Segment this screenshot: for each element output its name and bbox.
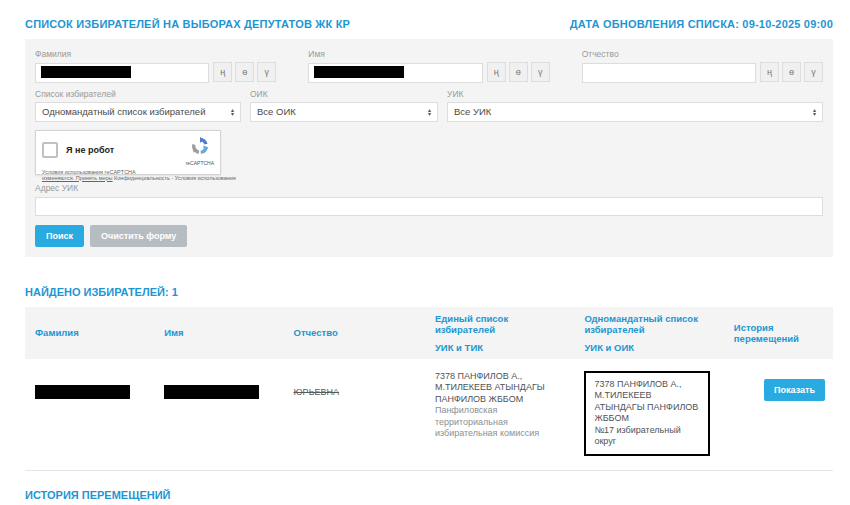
surname-label: Фамилия bbox=[35, 49, 276, 59]
results-table-header: Фамилия Имя Отчество Единый список избир… bbox=[25, 307, 833, 359]
oik-label: ОИК bbox=[250, 89, 438, 99]
letter-u-button[interactable]: ү bbox=[804, 62, 823, 82]
recaptcha-widget: Я не робот bbox=[35, 130, 221, 175]
name-label: Имя bbox=[308, 49, 549, 59]
select-filters-row: Список избирателей Одномандатный список … bbox=[35, 89, 823, 122]
results-table: Фамилия Имя Отчество Единый список избир… bbox=[25, 307, 833, 471]
surname-kyrgyz-letter-buttons: ң ө ү bbox=[213, 62, 276, 83]
name-redaction bbox=[314, 66, 404, 78]
col-unified-list: Единый список избирателей bbox=[435, 313, 566, 335]
col-single-mandate-list: Одномандатный список избирателей bbox=[584, 313, 715, 335]
col-patronymic: Отчество bbox=[294, 327, 417, 338]
single-mandate-highlight-box: 7378 ПАНФИЛОВ А., М.ТИЛЕКЕЕВ АТЫНДАГЫ ПА… bbox=[584, 371, 709, 456]
uik-selected-value: Все УИК bbox=[454, 106, 491, 117]
uik-select[interactable]: Все УИК ▴▾ bbox=[447, 102, 823, 122]
chevron-updown-icon: ▴▾ bbox=[231, 108, 234, 116]
letter-u-button[interactable]: ү bbox=[531, 62, 550, 82]
oik-selected-value: Все ОИК bbox=[257, 106, 296, 117]
letter-u-button[interactable]: ү bbox=[257, 62, 276, 82]
letter-n-button[interactable]: ң bbox=[213, 62, 232, 82]
surname-redaction bbox=[41, 66, 131, 78]
recaptcha-terms-text: Условия использования reCAPTCHA изменяют… bbox=[42, 169, 214, 181]
movement-history-title: ИСТОРИЯ ПЕРЕМЕЩЕНИЙ bbox=[25, 489, 833, 501]
clear-form-button[interactable]: Очистить форму bbox=[90, 225, 187, 247]
voter-search-page: СПИСОК ИЗБИРАТЕЛЕЙ НА ВЫБОРАХ ДЕПУТАТОВ … bbox=[0, 0, 850, 505]
single-mandate-uik: 7378 ПАНФИЛОВ А., М.ТИЛЕКЕЕВ АТЫНДАГЫ ПА… bbox=[594, 379, 699, 425]
name-redacted-value bbox=[164, 385, 259, 399]
voter-list-label: Список избирателей bbox=[35, 89, 241, 99]
found-voters-title: НАЙДЕНО ИЗБИРАТЕЛЕЙ: 1 bbox=[25, 286, 833, 298]
name-kyrgyz-letter-buttons: ң ө ү bbox=[487, 62, 550, 83]
patronymic-input[interactable] bbox=[582, 63, 756, 83]
top-bar: СПИСОК ИЗБИРАТЕЛЕЙ НА ВЫБОРАХ ДЕПУТАТОВ … bbox=[25, 18, 833, 30]
col-name: Имя bbox=[164, 327, 275, 338]
search-button[interactable]: Поиск bbox=[35, 225, 84, 247]
uik-address-input[interactable] bbox=[35, 197, 823, 216]
letter-o-button[interactable]: ө bbox=[782, 62, 801, 82]
single-mandate-district: №17 избирательный округ bbox=[594, 425, 699, 448]
unified-list-uik: 7378 ПАНФИЛОВ А., М.ТИЛЕКЕЕВ АТЫНДАГЫ ПА… bbox=[435, 371, 566, 406]
voter-list-select[interactable]: Одномандатный список избирателей ▴▾ bbox=[35, 102, 241, 122]
recaptcha-icon bbox=[191, 137, 209, 159]
search-form-panel: Фамилия ң ө ү Имя bbox=[25, 39, 833, 257]
uik-address-label: Адрес УИК bbox=[35, 183, 823, 193]
show-button[interactable]: Показать bbox=[764, 379, 825, 401]
letter-o-button[interactable]: ө bbox=[235, 62, 254, 82]
col-surname: Фамилия bbox=[35, 327, 146, 338]
letter-n-button[interactable]: ң bbox=[760, 62, 779, 82]
chevron-updown-icon: ▴▾ bbox=[428, 108, 431, 116]
page-title: СПИСОК ИЗБИРАТЕЛЕЙ НА ВЫБОРАХ ДЕПУТАТОВ … bbox=[25, 18, 350, 30]
col-unified-list-sub: УИК и ТИК bbox=[435, 342, 566, 353]
unified-list-tik: Панфиловская территориальная избирательн… bbox=[435, 405, 566, 440]
recaptcha-privacy-terms-links[interactable]: Конфиденциальность - Условия использован… bbox=[114, 175, 236, 181]
col-movement-history: История перемещений bbox=[734, 322, 825, 344]
patronymic-kyrgyz-letter-buttons: ң ө ү bbox=[760, 62, 823, 83]
chevron-updown-icon: ▴▾ bbox=[813, 108, 816, 116]
patronymic-value: ЮРЬЕВНА bbox=[294, 387, 417, 397]
voter-result-row: ЮРЬЕВНА 7378 ПАНФИЛОВ А., М.ТИЛЕКЕЕВ АТЫ… bbox=[25, 359, 833, 471]
letter-n-button[interactable]: ң bbox=[487, 62, 506, 82]
letter-o-button[interactable]: ө bbox=[509, 62, 528, 82]
uik-label: УИК bbox=[447, 89, 823, 99]
oik-select[interactable]: Все ОИК ▴▾ bbox=[250, 102, 438, 122]
name-fields-row: Фамилия ң ө ү Имя bbox=[35, 49, 823, 83]
voter-list-selected-value: Одномандатный список избирателей bbox=[42, 106, 205, 117]
recaptcha-checkbox-label: Я не робот bbox=[66, 145, 186, 155]
patronymic-label: Отчество bbox=[582, 49, 823, 59]
recaptcha-brand-label: reCAPTCHA bbox=[186, 160, 214, 166]
recaptcha-action-link[interactable]: изменяются. Принять меры bbox=[42, 175, 113, 181]
list-update-date: ДАТА ОБНОВЛЕНИЯ СПИСКА: 09-10-2025 09:00 bbox=[570, 18, 833, 30]
surname-redacted-value bbox=[35, 385, 130, 399]
recaptcha-checkbox[interactable] bbox=[42, 142, 58, 158]
col-single-mandate-list-sub: УИК и ОИК bbox=[584, 342, 715, 353]
